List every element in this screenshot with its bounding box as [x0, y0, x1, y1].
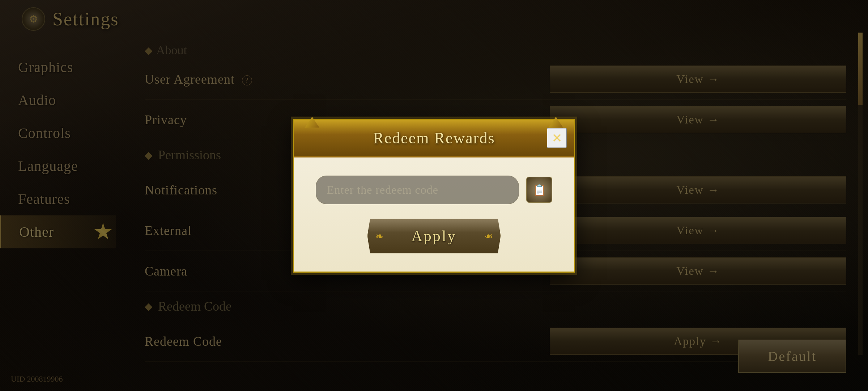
modal-header: Redeem Rewards ✕: [294, 120, 574, 157]
clipboard-button[interactable]: 📋: [526, 177, 552, 203]
modal-title: Redeem Rewards: [309, 129, 559, 147]
redeem-rewards-modal: Redeem Rewards ✕ 📋 Apply: [293, 119, 575, 273]
clipboard-icon: 📋: [533, 184, 546, 196]
redeem-code-input[interactable]: [316, 176, 519, 204]
modal-apply-label: Apply: [412, 228, 457, 244]
redeem-input-area: 📋: [316, 176, 552, 204]
modal-body: 📋 Apply: [294, 157, 574, 272]
modal-close-button[interactable]: ✕: [547, 128, 567, 148]
modal-apply-button[interactable]: Apply: [367, 219, 501, 253]
close-icon: ✕: [552, 130, 562, 146]
modal-overlay[interactable]: Redeem Rewards ✕ 📋 Apply: [0, 0, 868, 391]
